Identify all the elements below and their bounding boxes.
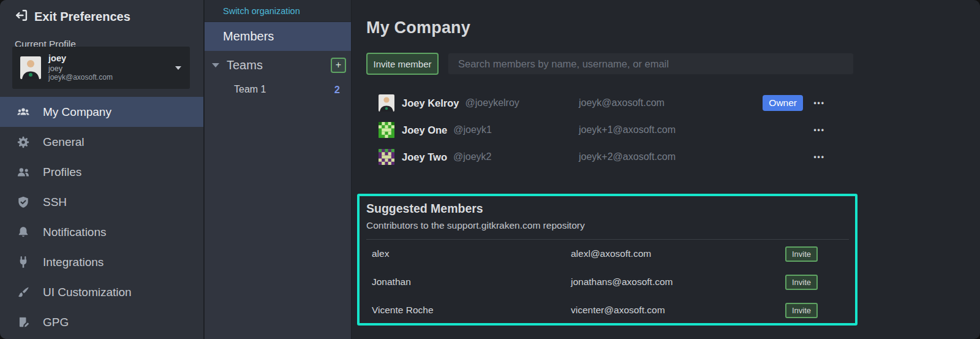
team-item-team-1[interactable]: Team 1 2	[205, 79, 351, 100]
suggested-member-email: alexl@axosoft.com	[571, 248, 651, 259]
sidebar-item-label: UI Customization	[43, 286, 132, 299]
sidebar-item-gpg[interactable]: GPG	[0, 307, 203, 337]
sidebar-item-label: My Company	[43, 105, 111, 119]
sidebar-item-label: GPG	[43, 316, 69, 329]
sidebar-item-general[interactable]: General	[0, 127, 203, 157]
invite-suggested-button[interactable]: Invite	[785, 303, 818, 318]
gitkraken-preferences-window: Exit Preferences Current Profile joey jo…	[0, 0, 980, 339]
exit-arrow-icon	[15, 9, 28, 25]
switch-organization-label: Switch organization	[223, 6, 300, 16]
profile-email: joeyk@axosoft.com	[48, 74, 175, 82]
profile-name: joey	[48, 53, 175, 64]
member-name: Joey Kelroy	[402, 97, 459, 109]
member-email: joeyk@axosoft.com	[579, 97, 665, 109]
profile-avatar	[20, 56, 41, 79]
member-username: @joeykelroy	[466, 97, 519, 109]
suggested-members-subtitle: Contributors to the support.gitkraken.co…	[366, 220, 849, 231]
profile-info: joey joey joeyk@axosoft.com	[48, 53, 175, 82]
people-icon	[16, 165, 31, 180]
sidebar-item-ui-customization[interactable]: UI Customization	[0, 277, 203, 307]
suggested-member-name: Vicente Roche	[372, 305, 434, 316]
sidebar-item-label: SSH	[43, 196, 67, 209]
members-tab-label: Members	[223, 29, 274, 44]
switch-organization-link[interactable]: Switch organization	[205, 0, 351, 22]
profile-selector[interactable]: joey joey joeyk@axosoft.com	[12, 47, 190, 89]
invite-suggested-button[interactable]: Invite	[785, 246, 818, 262]
paintbrush-icon	[16, 285, 31, 300]
purple-identicon-avatar	[379, 148, 394, 166]
suggested-member-row: Jonathan jonathans@axosoft.com Invite	[366, 268, 849, 296]
invite-suggested-button[interactable]: Invite	[785, 275, 818, 290]
teams-section-header[interactable]: Teams +	[205, 51, 351, 79]
gear-icon	[16, 135, 31, 150]
role-badge[interactable]: Owner	[763, 95, 803, 111]
team-name: Team 1	[234, 84, 266, 95]
exit-preferences-button[interactable]: Exit Preferences	[0, 0, 203, 25]
sidebar-item-notifications[interactable]: Notifications	[0, 217, 203, 247]
teams-label: Teams	[227, 58, 263, 72]
member-row: Joey Two @joeyk2 joeyk+2@axosoft.com •••	[366, 143, 854, 170]
member-name: Joey Two	[402, 151, 447, 163]
member-email: joeyk+2@axosoft.com	[579, 151, 676, 162]
suggested-member-row: alex alexl@axosoft.com Invite	[366, 240, 849, 268]
member-menu-button[interactable]: •••	[813, 99, 825, 107]
members-toolbar: Invite member	[366, 53, 854, 75]
suggested-member-name: Jonathan	[372, 276, 411, 288]
suggested-member-email: vicenter@axosoft.com	[571, 305, 665, 316]
team-member-count: 2	[334, 84, 340, 96]
member-username: @joeyk2	[453, 151, 492, 162]
suggested-member-name: alex	[372, 248, 389, 259]
search-members-input[interactable]	[448, 53, 854, 75]
tab-members[interactable]: Members	[205, 22, 351, 51]
shield-check-icon	[16, 195, 31, 210]
suggested-members-panel: Suggested Members Contributors to the su…	[357, 194, 858, 326]
photo-avatar	[379, 94, 394, 112]
sidebar-item-my-company[interactable]: My Company	[0, 97, 203, 127]
suggested-member-row: Vicente Roche vicenter@axosoft.com Invit…	[366, 296, 849, 324]
member-row: Joey One @joeyk1 joeyk+1@axosoft.com •••	[366, 116, 854, 143]
suggested-members-title: Suggested Members	[366, 202, 849, 216]
members-list: Joey Kelroy @joeykelroy joeyk@axosoft.co…	[366, 90, 854, 170]
caret-down-icon	[212, 63, 219, 67]
document-pen-icon	[16, 315, 31, 330]
people-group-icon	[16, 105, 31, 120]
bell-icon	[16, 225, 31, 240]
member-menu-button[interactable]: •••	[813, 153, 825, 161]
green-identicon-avatar	[379, 121, 394, 139]
sidebar-item-ssh[interactable]: SSH	[0, 187, 203, 217]
member-row: Joey Kelroy @joeykelroy joeyk@axosoft.co…	[366, 90, 854, 116]
add-team-button[interactable]: +	[331, 58, 346, 73]
organization-panel: Switch organization Members Teams + Team…	[205, 0, 352, 339]
sidebar-item-profiles[interactable]: Profiles	[0, 157, 203, 187]
exit-preferences-label: Exit Preferences	[34, 10, 130, 24]
member-name: Joey One	[402, 124, 447, 136]
member-menu-button[interactable]: •••	[813, 126, 825, 134]
sidebar-nav: My Company General	[0, 97, 203, 337]
sidebar-item-label: Profiles	[43, 166, 81, 179]
chevron-down-icon	[175, 66, 181, 70]
preferences-sidebar: Exit Preferences Current Profile joey jo…	[0, 0, 205, 339]
sidebar-item-integrations[interactable]: Integrations	[0, 247, 203, 277]
member-email: joeyk+1@axosoft.com	[579, 124, 676, 135]
members-main-pane: My Company Invite member Joey Kelroy @jo…	[352, 0, 980, 339]
sidebar-item-label: Notifications	[43, 226, 107, 239]
profile-username: joey	[48, 64, 175, 73]
current-profile-label: Current Profile	[0, 25, 203, 50]
suggested-member-email: jonathans@axosoft.com	[571, 276, 673, 288]
invite-member-button[interactable]: Invite member	[366, 53, 439, 75]
member-username: @joeyk1	[453, 124, 492, 135]
sidebar-item-label: Integrations	[43, 256, 104, 269]
plug-icon	[16, 255, 31, 270]
page-title: My Company	[366, 18, 855, 37]
sidebar-item-label: General	[43, 135, 85, 149]
